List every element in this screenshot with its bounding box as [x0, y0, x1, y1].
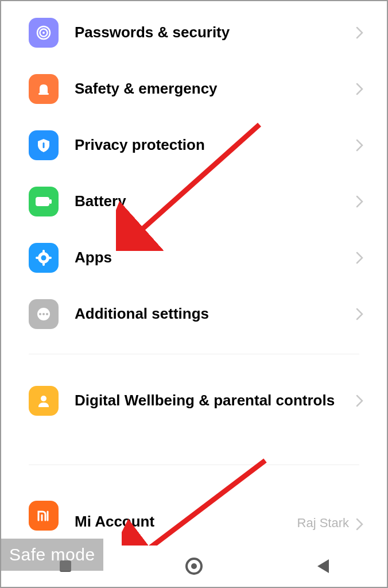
chevron-right-icon: [355, 83, 365, 95]
settings-item-label: Privacy protection: [59, 136, 355, 154]
svg-point-15: [42, 313, 45, 315]
svg-point-8: [41, 256, 46, 261]
nav-back-button[interactable]: [305, 549, 340, 583]
divider: [29, 465, 359, 465]
svg-rect-4: [43, 142, 45, 148]
settings-item-label: Apps: [59, 249, 355, 266]
settings-item-battery[interactable]: Battery: [1, 173, 387, 230]
svg-point-2: [42, 32, 45, 34]
chevron-right-icon: [355, 26, 365, 39]
chevron-right-icon: [355, 252, 365, 264]
settings-item-label: Passwords & security: [59, 24, 355, 41]
settings-item-digital-wellbeing[interactable]: Digital Wellbeing & parental controls: [1, 369, 387, 432]
svg-rect-6: [49, 199, 52, 204]
svg-rect-11: [36, 257, 39, 259]
svg-point-22: [191, 563, 197, 569]
svg-rect-12: [48, 257, 52, 259]
svg-rect-3: [38, 93, 49, 95]
mi-icon: [29, 501, 59, 531]
chevron-right-icon: [355, 139, 365, 152]
chevron-right-icon: [355, 394, 365, 407]
settings-item-additional-settings[interactable]: Additional settings: [1, 286, 387, 342]
settings-item-safety-emergency[interactable]: Safety & emergency: [1, 61, 387, 117]
account-value: Raj Stark: [297, 516, 355, 531]
svg-point-17: [41, 396, 46, 401]
settings-item-label: Mi Account: [59, 513, 297, 531]
settings-item-mi-account[interactable]: Mi Account Raj Stark: [1, 480, 387, 520]
settings-item-label: Battery: [59, 192, 355, 210]
safe-mode-badge: Safe mode: [1, 539, 103, 571]
person-icon: [29, 386, 59, 416]
battery-icon: [29, 187, 59, 216]
gear-icon: [29, 243, 59, 273]
chevron-right-icon: [355, 518, 365, 531]
settings-item-passwords-security[interactable]: Passwords & security: [1, 5, 387, 61]
chevron-right-icon: [355, 308, 365, 320]
svg-rect-9: [42, 250, 45, 253]
dots-icon: [29, 299, 59, 329]
safe-mode-label: Safe mode: [9, 545, 95, 564]
spacer: [1, 432, 387, 453]
svg-point-16: [46, 313, 48, 315]
shield-icon: [29, 130, 59, 160]
siren-icon: [29, 74, 59, 104]
divider: [29, 354, 359, 354]
fingerprint-icon: [29, 18, 59, 48]
settings-item-label: Safety & emergency: [59, 80, 355, 98]
settings-item-privacy-protection[interactable]: Privacy protection: [1, 117, 387, 173]
nav-home-button[interactable]: [177, 549, 211, 583]
svg-point-14: [39, 313, 41, 315]
settings-item-label: Digital Wellbeing & parental controls: [59, 392, 355, 409]
settings-item-apps[interactable]: Apps: [1, 230, 387, 286]
chevron-right-icon: [355, 195, 365, 208]
settings-screen: Passwords & security Safety & emergency …: [0, 0, 388, 588]
settings-list: Passwords & security Safety & emergency …: [1, 1, 387, 520]
svg-rect-5: [36, 197, 49, 206]
settings-item-label: Additional settings: [59, 305, 355, 323]
svg-rect-10: [42, 262, 45, 266]
